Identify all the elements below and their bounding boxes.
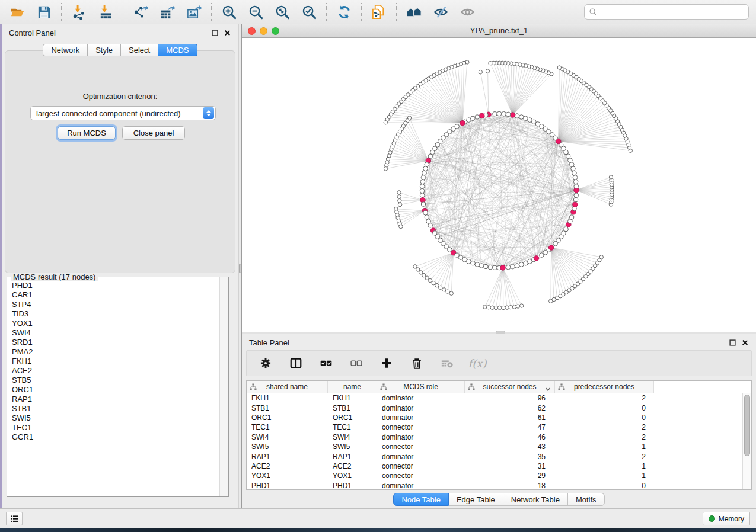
toolbar-group xyxy=(0,3,62,21)
column-type-icon xyxy=(250,383,257,390)
table-scrollbar[interactable] xyxy=(742,393,751,489)
cell: FKH1 xyxy=(247,394,328,402)
close-panel-icon[interactable] xyxy=(223,28,231,37)
mcds-result-item[interactable]: TID3 xyxy=(8,309,219,319)
table-row[interactable]: PHD1PHD1dominator180 xyxy=(247,481,742,489)
task-history-button[interactable] xyxy=(6,512,23,525)
search-input[interactable] xyxy=(600,8,744,17)
mcds-result-item[interactable]: ACE2 xyxy=(8,366,219,376)
memory-button[interactable]: Memory xyxy=(703,512,750,525)
mcds-result-scrollbar[interactable] xyxy=(219,277,228,496)
cell: connector xyxy=(377,462,465,470)
network-canvas[interactable] xyxy=(242,38,756,332)
table-row[interactable]: RAP1RAP1dominator352 xyxy=(247,451,742,461)
cell: 0 xyxy=(555,404,654,412)
mcds-result-item[interactable]: SRD1 xyxy=(8,338,219,347)
new-network-from-selection-icon[interactable] xyxy=(370,3,388,21)
column-label: shared name xyxy=(266,383,308,391)
tab-edge-table[interactable]: Edge Table xyxy=(449,493,503,506)
mcds-result-item[interactable]: STB1 xyxy=(8,404,219,414)
column-header-predecessor-nodes[interactable]: predecessor nodes xyxy=(555,381,654,393)
mcds-result-item[interactable]: GCR1 xyxy=(8,432,219,442)
tab-motifs[interactable]: Motifs xyxy=(568,493,605,506)
tab-node-table[interactable]: Node Table xyxy=(393,493,449,506)
mcds-result-item[interactable]: TEC1 xyxy=(8,423,219,432)
tab-select[interactable]: Select xyxy=(121,44,158,56)
criterion-dropdown[interactable]: largest connected component (undirected) xyxy=(30,106,216,120)
mcds-result-item[interactable]: SWI4 xyxy=(8,328,219,338)
mcds-result-item[interactable]: YOX1 xyxy=(8,319,219,328)
zoom-selected-icon[interactable] xyxy=(300,3,318,21)
export-table-icon[interactable] xyxy=(158,3,176,21)
export-network-icon[interactable] xyxy=(132,3,149,21)
scrollbar-thumb[interactable] xyxy=(744,395,750,456)
column-header-successor-nodes[interactable]: successor nodes xyxy=(465,381,555,393)
tab-network[interactable]: Network xyxy=(43,44,88,56)
cell: dominator xyxy=(377,414,465,422)
mcds-result-item[interactable]: FKH1 xyxy=(8,357,219,366)
close-panel-button[interactable]: Close panel xyxy=(122,126,185,140)
import-network-icon[interactable] xyxy=(70,3,88,21)
table-row[interactable]: TEC1TEC1connector472 xyxy=(247,422,742,432)
add-column-icon[interactable] xyxy=(379,356,394,370)
mcds-result-item[interactable]: RAP1 xyxy=(8,395,219,404)
column-header-shared-name[interactable]: shared name xyxy=(247,381,328,393)
float-panel-icon[interactable] xyxy=(210,28,219,37)
toolbar-group xyxy=(397,3,484,21)
zoom-fit-icon[interactable] xyxy=(273,3,291,21)
table-row[interactable]: FKH1FKH1dominator962 xyxy=(247,393,742,403)
table-row[interactable]: YOX1YOX1connector291 xyxy=(247,471,742,480)
control-panel: Control Panel Optimization criterion: la… xyxy=(2,24,238,508)
cell: dominator xyxy=(377,394,465,402)
cell: dominator xyxy=(377,433,465,441)
column-header-MCDS-role[interactable]: MCDS role xyxy=(377,381,465,393)
cell: RAP1 xyxy=(247,453,328,461)
mcds-result-item[interactable]: STP4 xyxy=(8,300,219,309)
delete-column-icon[interactable] xyxy=(410,356,424,370)
column-header-name[interactable]: name xyxy=(328,381,377,393)
close-panel-icon[interactable] xyxy=(741,338,749,347)
float-panel-icon[interactable] xyxy=(728,338,736,347)
cell: SWI5 xyxy=(328,443,377,451)
toolbar-group xyxy=(123,3,212,21)
show-all-icon[interactable] xyxy=(458,3,476,21)
table-row[interactable]: ORC1ORC1dominator610 xyxy=(247,413,742,422)
run-mcds-button[interactable]: Run MCDS xyxy=(58,126,116,140)
search-box[interactable] xyxy=(584,4,749,20)
network-titlebar[interactable]: YPA_prune.txt_1 xyxy=(242,24,756,38)
cell: ACE2 xyxy=(328,462,377,470)
first-neighbors-icon[interactable] xyxy=(405,3,423,21)
open-file-icon[interactable] xyxy=(8,3,26,21)
tab-network-table[interactable]: Network Table xyxy=(503,493,568,506)
table-row[interactable]: STB1STB1dominator620 xyxy=(247,403,742,412)
hide-selected-icon[interactable] xyxy=(432,3,449,21)
table-settings-icon[interactable] xyxy=(259,356,273,370)
export-image-icon[interactable] xyxy=(185,3,203,21)
table-toolbar: f(x) xyxy=(246,350,752,376)
save-session-icon[interactable] xyxy=(35,3,53,21)
criterion-value: largest connected component (undirected) xyxy=(31,109,203,118)
zoom-out-icon[interactable] xyxy=(247,3,264,21)
tab-style[interactable]: Style xyxy=(88,44,121,56)
mcds-result-item[interactable]: PHD1 xyxy=(8,281,219,290)
table-row[interactable]: ACE2ACE2connector311 xyxy=(247,462,742,471)
mcds-result-item[interactable]: ORC1 xyxy=(8,385,219,395)
cell: 61 xyxy=(465,414,555,422)
select-all-icon[interactable] xyxy=(319,356,333,370)
table-row[interactable]: SWI4SWI4dominator462 xyxy=(247,432,742,442)
cell: TEC1 xyxy=(247,423,328,431)
show-columns-icon[interactable] xyxy=(289,356,303,370)
mcds-result-item[interactable]: PMA2 xyxy=(8,347,219,357)
import-table-icon[interactable] xyxy=(97,3,114,21)
zoom-in-icon[interactable] xyxy=(220,3,238,21)
mcds-result-item[interactable]: SWI5 xyxy=(8,414,219,423)
mcds-result-item[interactable]: CAR1 xyxy=(8,290,219,300)
splitter-grip[interactable] xyxy=(239,264,241,273)
cell: PHD1 xyxy=(328,482,377,489)
cell: FKH1 xyxy=(328,394,377,402)
table-row[interactable]: SWI5SWI5connector431 xyxy=(247,442,742,451)
refresh-layout-icon[interactable] xyxy=(335,3,353,21)
mcds-result-item[interactable]: STB5 xyxy=(8,376,219,385)
deselect-all-icon[interactable] xyxy=(349,356,363,370)
tab-mcds[interactable]: MCDS xyxy=(158,44,197,56)
